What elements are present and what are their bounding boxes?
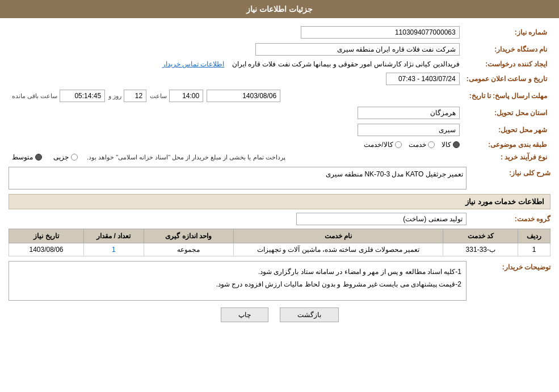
table-row: 1 ب-33-331 تعمیر محصولات فلزی ساخته شده،… — [9, 243, 550, 256]
need-number-value: 1103094077000063 — [9, 24, 463, 41]
buyer-notes-box: 1-کلیه اسناد مطالعه و پس از مهر و امضاء … — [9, 261, 466, 301]
announce-date-label: تاریخ و ساعت اعلان عمومی: — [463, 70, 550, 87]
back-button[interactable]: بازگشت — [280, 307, 339, 322]
services-table: ردیف کد خدمت نام خدمت واحد اندازه گیری ت… — [9, 229, 550, 256]
category-label-khedmat: خدمت — [409, 141, 426, 149]
buyer-org-label: نام دستگاه خریدار: — [463, 41, 550, 58]
services-section-title: اطلاعات خدمات مورد نیاز — [9, 194, 550, 209]
buyer-notes-line-1: 1-کلیه اسناد مطالعه و پس از مهر و امضاء … — [14, 266, 461, 279]
need-description-box: تعمیر جرثقیل KATO مدل NK-70-3 منطقه سیری — [9, 167, 466, 189]
deadline-days-input: 12 — [124, 90, 146, 102]
print-button[interactable]: چاپ — [221, 307, 268, 322]
process-options: جزیی متوسط — [12, 153, 78, 161]
process-note: پرداخت تمام یا بخشی از مبلغ خریدار از مح… — [87, 154, 285, 161]
service-group-input: تولید صنعتی (ساخت) — [296, 213, 466, 225]
announce-date-input: 1403/07/24 - 07:43 — [386, 73, 460, 85]
radio-kala — [453, 141, 460, 148]
radio-jozi — [71, 154, 78, 161]
province-label: استان محل تحویل: — [463, 104, 550, 121]
radio-khedmat — [428, 141, 435, 148]
col-header-qty: تعداد / مقدار — [84, 229, 144, 243]
category-label: طبقه بندی موضوعی: — [463, 138, 550, 151]
buttons-row: بازگشت چاپ — [9, 307, 550, 322]
need-number-label: شماره نیاز: — [463, 24, 550, 41]
cell-qty: 1 — [84, 243, 144, 256]
page-title: جزئیات اطلاعات نیاز — [246, 5, 313, 14]
buyer-org-input: شرکت نفت فلات قاره ایران منطقه سیری — [255, 43, 460, 56]
process-label-motavaset: متوسط — [12, 153, 33, 161]
days-label: روز و — [108, 92, 121, 100]
process-option-jozi[interactable]: جزیی — [53, 153, 78, 161]
service-group-label: گروه خدمت: — [471, 215, 550, 223]
requester-label: ایجاد کننده درخواست: — [463, 58, 550, 70]
radio-kala-khedmat — [395, 141, 402, 148]
remaining-time-input: 05:14:45 — [60, 90, 105, 102]
need-number-input: 1103094077000063 — [301, 26, 460, 39]
remaining-label: ساعت باقی مانده — [12, 92, 57, 100]
col-header-code: کد خدمت — [443, 229, 518, 243]
time-label: ساعت — [150, 92, 167, 100]
category-label-both: کالا/خدمت — [364, 141, 393, 149]
category-radio-group: کالا خدمت کالا/خدمت — [12, 141, 460, 149]
col-header-date: تاریخ نیاز — [9, 229, 84, 243]
process-option-motavaset[interactable]: متوسط — [12, 153, 42, 161]
category-label-kala: کالا — [442, 141, 451, 149]
cell-date: 1403/08/06 — [9, 243, 84, 256]
category-option-1[interactable]: کالا — [442, 141, 460, 149]
category-option-3[interactable]: کالا/خدمت — [364, 141, 401, 149]
deadline-date-input: 1403/08/06 — [207, 90, 280, 102]
cell-name: تعمیر محصولات فلزی ساخته شده، ماشین آلات… — [233, 243, 443, 256]
province-input: هرمزگان — [358, 107, 460, 119]
buyer-notes-line-2: 2-قیمت پیشنهادی می بایست غیر مشروط و بدو… — [14, 279, 461, 291]
need-desc-label: شرح کلی نیاز: — [471, 167, 550, 177]
cell-code: ب-33-331 — [443, 243, 518, 256]
contact-link[interactable]: اطلاعات تماس خریدار — [162, 60, 225, 68]
page-header: جزئیات اطلاعات نیاز — [0, 0, 559, 18]
cell-num: 1 — [518, 243, 550, 256]
category-option-2[interactable]: خدمت — [409, 141, 435, 149]
requester-value: فریدالدین کیانی نژاد کارشناس امور حقوقی … — [232, 60, 460, 68]
city-input: سیری — [358, 124, 460, 136]
process-label: نوع فرآیند خرید : — [463, 151, 550, 163]
col-header-unit: واحد اندازه گیری — [144, 229, 233, 243]
col-header-num: ردیف — [518, 229, 550, 243]
cell-unit: مجموعه — [144, 243, 233, 256]
process-label-jozi: جزیی — [53, 153, 69, 161]
city-label: شهر محل تحویل: — [463, 121, 550, 138]
radio-motavaset — [35, 154, 42, 161]
col-header-name: نام خدمت — [233, 229, 443, 243]
reply-deadline-label: مهلت ارسال پاسخ: تا تاریخ: — [463, 87, 550, 104]
buyer-notes-label: توضیحات خریدار: — [471, 261, 550, 271]
deadline-time-input: 14:00 — [169, 90, 203, 102]
